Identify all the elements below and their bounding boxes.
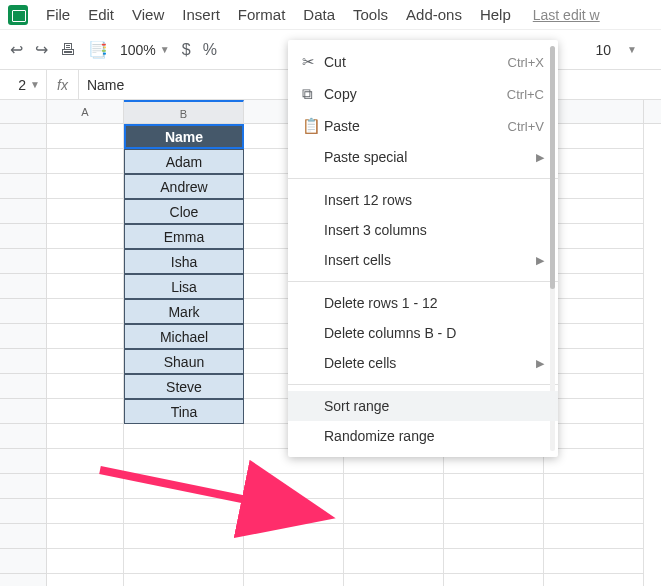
- table-row[interactable]: Cloe: [124, 199, 244, 224]
- col-header[interactable]: [544, 100, 644, 123]
- table-row[interactable]: Mark: [124, 299, 244, 324]
- table-row[interactable]: Andrew: [124, 174, 244, 199]
- table-row[interactable]: Isha: [124, 249, 244, 274]
- copy-icon: ⧉: [302, 85, 324, 103]
- print-icon[interactable]: 🖶: [60, 41, 76, 59]
- cut-icon: ✂: [302, 53, 324, 71]
- ctx-randomize[interactable]: Randomize range: [288, 421, 558, 451]
- paste-icon: 📋: [302, 117, 324, 135]
- last-edit-link[interactable]: Last edit w: [533, 7, 600, 23]
- zoom-dropdown[interactable]: 100% ▼: [120, 42, 170, 58]
- paint-format-icon[interactable]: 📑: [88, 40, 108, 59]
- menu-insert[interactable]: Insert: [174, 2, 228, 27]
- ctx-copy[interactable]: ⧉ Copy Ctrl+C: [288, 78, 558, 110]
- font-size-dropdown[interactable]: 10 ▼: [596, 42, 637, 58]
- menu-edit[interactable]: Edit: [80, 2, 122, 27]
- ctx-delete-cols[interactable]: Delete columns B - D: [288, 318, 558, 348]
- undo-icon[interactable]: ↩: [10, 40, 23, 59]
- menu-view[interactable]: View: [124, 2, 172, 27]
- ctx-delete-rows[interactable]: Delete rows 1 - 12: [288, 288, 558, 318]
- menu-file[interactable]: File: [38, 2, 78, 27]
- menu-data[interactable]: Data: [295, 2, 343, 27]
- menu-addons[interactable]: Add-ons: [398, 2, 470, 27]
- chevron-right-icon: ▶: [536, 357, 544, 370]
- table-row[interactable]: Tina: [124, 399, 244, 424]
- menu-tools[interactable]: Tools: [345, 2, 396, 27]
- ctx-sort-range[interactable]: Sort range: [288, 391, 558, 421]
- menu-bar: File Edit View Insert Format Data Tools …: [0, 0, 661, 30]
- ctx-insert-cells[interactable]: Insert cells ▶: [288, 245, 558, 275]
- ctx-paste[interactable]: 📋 Paste Ctrl+V: [288, 110, 558, 142]
- table-row[interactable]: Lisa: [124, 274, 244, 299]
- menu-format[interactable]: Format: [230, 2, 294, 27]
- chevron-right-icon: ▶: [536, 151, 544, 164]
- table-row[interactable]: Shaun: [124, 349, 244, 374]
- ctx-cut[interactable]: ✂ Cut Ctrl+X: [288, 46, 558, 78]
- table-header-name[interactable]: Name: [124, 124, 244, 149]
- col-header-B[interactable]: B: [124, 100, 244, 123]
- redo-icon[interactable]: ↪: [35, 40, 48, 59]
- ctx-insert-cols[interactable]: Insert 3 columns: [288, 215, 558, 245]
- col-header-A[interactable]: A: [47, 100, 124, 123]
- table-row[interactable]: Michael: [124, 324, 244, 349]
- context-menu: ✂ Cut Ctrl+X ⧉ Copy Ctrl+C 📋 Paste Ctrl+…: [288, 40, 558, 457]
- table-row[interactable]: Adam: [124, 149, 244, 174]
- ctx-delete-cells[interactable]: Delete cells ▶: [288, 348, 558, 378]
- currency-button[interactable]: $: [182, 41, 191, 59]
- ctx-insert-rows[interactable]: Insert 12 rows: [288, 185, 558, 215]
- ctx-paste-special[interactable]: Paste special ▶: [288, 142, 558, 172]
- percent-button[interactable]: %: [203, 41, 217, 59]
- fx-label: fx: [47, 77, 78, 93]
- name-box[interactable]: 2▼: [0, 70, 47, 99]
- table-row[interactable]: Steve: [124, 374, 244, 399]
- menu-help[interactable]: Help: [472, 2, 519, 27]
- table-row[interactable]: Emma: [124, 224, 244, 249]
- sheets-logo-icon: [8, 5, 28, 25]
- chevron-right-icon: ▶: [536, 254, 544, 267]
